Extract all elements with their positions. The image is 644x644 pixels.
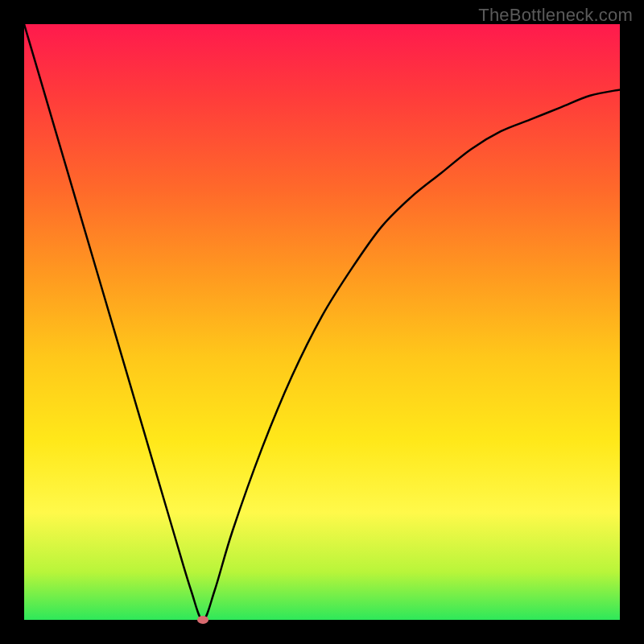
minimum-marker — [197, 616, 208, 624]
bottleneck-curve — [24, 24, 620, 620]
chart-frame: TheBottleneck.com — [0, 0, 644, 644]
watermark-text: TheBottleneck.com — [478, 5, 633, 26]
plot-area — [24, 24, 620, 620]
